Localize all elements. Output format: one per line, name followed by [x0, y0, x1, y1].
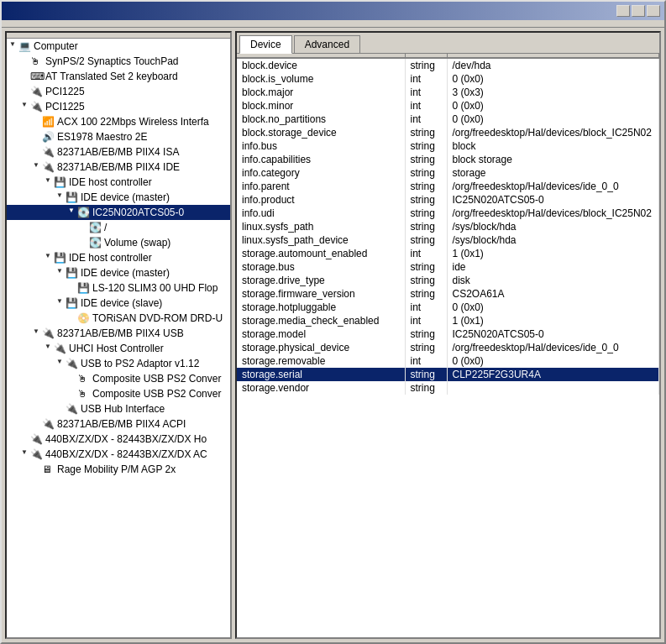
properties-table-container[interactable]: block.devicestring/dev/hdablock.is_volum… [237, 54, 659, 637]
tree-node-comp_usb2[interactable]: 🖱Composite USB PS2 Conver [7, 386, 230, 401]
table-row[interactable]: block.minorint0 (0x0) [237, 99, 659, 113]
expand-icon-ide_dev_master1[interactable]: ▼ [54, 191, 66, 203]
table-row[interactable]: block.devicestring/dev/hda [237, 58, 659, 72]
table-row[interactable]: storage.vendorstring [237, 381, 659, 395]
tree-node-82371ab_acpi[interactable]: 🔌82371AB/EB/MB PIIX4 ACPI [7, 416, 230, 432]
tree-node-torisan[interactable]: 📀TORiSAN DVD-ROM DRD-U [7, 311, 230, 326]
cell-key: storage.vendor [237, 381, 405, 395]
expand-icon-volume_swap[interactable] [77, 237, 89, 249]
expand-icon-ic25n020[interactable]: ▼ [66, 207, 77, 218]
expand-icon-rage[interactable] [30, 463, 42, 475]
tree-node-usb_ps2[interactable]: ▼🔌USB to PS2 Adaptor v1.12 [7, 356, 230, 371]
table-row[interactable]: block.majorint3 (0x3) [237, 86, 659, 99]
table-row[interactable]: block.is_volumeint0 (0x0) [237, 72, 659, 86]
table-row[interactable]: storage.physical_devicestring/org/freede… [237, 341, 659, 354]
table-row[interactable]: info.categorystringstorage [237, 166, 659, 180]
menu-help[interactable] [39, 22, 49, 25]
close-button[interactable] [647, 5, 660, 17]
tree-node-82371ab_ide[interactable]: ▼🔌82371AB/EB/MB PIIX4 IDE [7, 160, 230, 175]
tree-node-acx100[interactable]: 📶ACX 100 22Mbps Wireless Interfa [7, 114, 230, 129]
node-icon-volume_swap: 💽 [89, 236, 102, 249]
expand-icon-pci1225a[interactable] [18, 86, 30, 97]
table-row[interactable]: linux.sysfs_pathstring/sys/block/hda [237, 220, 659, 233]
tree-node-keyboard[interactable]: ⌨AT Translated Set 2 keyboard [7, 69, 230, 84]
tree-node-82371ab_isa[interactable]: 🔌82371AB/EB/MB PIIX4 ISA [7, 144, 230, 160]
table-row[interactable]: storage.removableint0 (0x0) [237, 354, 659, 368]
expand-icon-hub[interactable] [54, 403, 66, 415]
expand-icon-82371ab_ide[interactable]: ▼ [30, 161, 42, 173]
tree-node-ic25n020[interactable]: ▼💽IC25N020ATCS05-0 [7, 205, 230, 220]
tree-node-ide_dev_master1[interactable]: ▼💾IDE device (master) [7, 190, 230, 205]
expand-icon-440bx_host[interactable] [18, 433, 30, 445]
expand-icon-torisan[interactable] [66, 312, 77, 324]
tree-node-pci1225b[interactable]: ▼🔌PCI1225 [7, 99, 230, 114]
table-row[interactable]: linux.sysfs_path_devicestring/sys/block/… [237, 233, 659, 247]
tree-node-ide_dev_slave[interactable]: ▼💾IDE device (slave) [7, 296, 230, 311]
device-tree[interactable]: ▼💻Computer 🖱SynPS/2 Synaptics TouchPad ⌨… [7, 39, 230, 637]
table-row[interactable]: info.busstringblock [237, 139, 659, 153]
expand-icon-synaptics[interactable] [18, 55, 30, 67]
table-row[interactable]: info.capabilitiesstringblock storage [237, 153, 659, 166]
expand-icon-ide_host1[interactable]: ▼ [42, 176, 54, 188]
tab-device[interactable]: Device [239, 35, 292, 54]
expand-icon-82371ab_usb[interactable]: ▼ [30, 327, 42, 339]
table-row[interactable]: info.udistring/org/freedesktop/Hal/devic… [237, 207, 659, 220]
left-panel: ▼💻Computer 🖱SynPS/2 Synaptics TouchPad ⌨… [5, 31, 232, 639]
tree-node-440bx_agp[interactable]: ▼🔌440BX/ZX/DX - 82443BX/ZX/DX AC [7, 447, 230, 462]
table-row[interactable]: storage.drive_typestringdisk [237, 274, 659, 287]
tree-node-pci1225a[interactable]: 🔌PCI1225 [7, 84, 230, 99]
menu-view[interactable] [22, 22, 32, 25]
expand-icon-comp_usb1[interactable] [66, 373, 77, 385]
tree-node-ide_host1[interactable]: ▼💾IDE host controller [7, 175, 230, 190]
tree-node-slash[interactable]: 💽/ [7, 220, 230, 235]
expand-icon-ide_dev_master2[interactable]: ▼ [54, 267, 66, 279]
tree-node-ide_host2[interactable]: ▼💾IDE host controller [7, 250, 230, 265]
tree-node-rage[interactable]: 🖥Rage Mobility P/M AGP 2x [7, 462, 230, 477]
expand-icon-computer[interactable]: ▼ [7, 40, 18, 52]
expand-icon-uhci[interactable]: ▼ [42, 343, 54, 354]
tree-node-hub[interactable]: 🔌USB Hub Interface [7, 401, 230, 416]
node-icon-440bx_host: 🔌 [30, 432, 44, 446]
col-header-value [447, 54, 659, 58]
expand-icon-keyboard[interactable] [18, 71, 30, 82]
table-row[interactable]: info.productstringIC25N020ATCS05-0 [237, 193, 659, 207]
menu-file[interactable] [5, 22, 15, 25]
table-row[interactable]: storage.busstringide [237, 260, 659, 274]
maximize-button[interactable] [632, 5, 645, 17]
tree-node-uhci[interactable]: ▼🔌UHCI Host Controller [7, 341, 230, 356]
expand-icon-usb_ps2[interactable]: ▼ [54, 358, 66, 369]
tree-node-ide_dev_master2[interactable]: ▼💾IDE device (master) [7, 265, 230, 280]
table-row[interactable]: storage.hotpluggableint0 (0x0) [237, 301, 659, 314]
tree-node-440bx_host[interactable]: 🔌440BX/ZX/DX - 82443BX/ZX/DX Ho [7, 432, 230, 447]
expand-icon-ide_dev_slave[interactable]: ▼ [54, 297, 66, 309]
table-row[interactable]: storage.automount_enabledint1 (0x1) [237, 247, 659, 260]
expand-icon-pci1225b[interactable]: ▼ [18, 101, 30, 113]
tree-node-ls120[interactable]: 💾LS-120 SLIM3 00 UHD Flop [7, 280, 230, 296]
table-row[interactable]: storage.firmware_versionstringCS2OA61A [237, 287, 659, 301]
expand-icon-es1978[interactable] [30, 131, 42, 143]
table-row[interactable]: storage.media_check_enabledint1 (0x1) [237, 314, 659, 327]
tree-node-comp_usb1[interactable]: 🖱Composite USB PS2 Conver [7, 371, 230, 386]
expand-icon-acx100[interactable] [30, 116, 42, 128]
tree-node-computer[interactable]: ▼💻Computer [7, 39, 230, 54]
tree-node-82371ab_usb[interactable]: ▼🔌82371AB/EB/MB PIIX4 USB [7, 326, 230, 341]
expand-icon-ls120[interactable] [66, 282, 77, 294]
tree-node-volume_swap[interactable]: 💽Volume (swap) [7, 235, 230, 250]
cell-type: int [405, 354, 447, 368]
table-row[interactable]: storage.modelstringIC25N020ATCS05-0 [237, 327, 659, 341]
table-row[interactable]: block.no_partitionsint0 (0x0) [237, 113, 659, 126]
expand-icon-82371ab_acpi[interactable] [30, 418, 42, 430]
expand-icon-440bx_agp[interactable]: ▼ [18, 448, 30, 460]
expand-icon-comp_usb2[interactable] [66, 388, 77, 400]
expand-icon-slash[interactable] [77, 222, 89, 233]
minimize-button[interactable] [616, 5, 630, 17]
expand-icon-ide_host2[interactable]: ▼ [42, 252, 54, 264]
expand-icon-82371ab_isa[interactable] [30, 146, 42, 158]
table-row[interactable]: block.storage_devicestring/org/freedeskt… [237, 126, 659, 139]
cell-key: info.category [237, 166, 405, 180]
tree-node-synaptics[interactable]: 🖱SynPS/2 Synaptics TouchPad [7, 54, 230, 69]
table-row[interactable]: storage.serialstringCLP225F2G3UR4A [237, 368, 659, 381]
tab-advanced[interactable]: Advanced [294, 35, 360, 53]
table-row[interactable]: info.parentstring/org/freedesktop/Hal/de… [237, 180, 659, 193]
tree-node-es1978[interactable]: 🔊ES1978 Maestro 2E [7, 129, 230, 144]
